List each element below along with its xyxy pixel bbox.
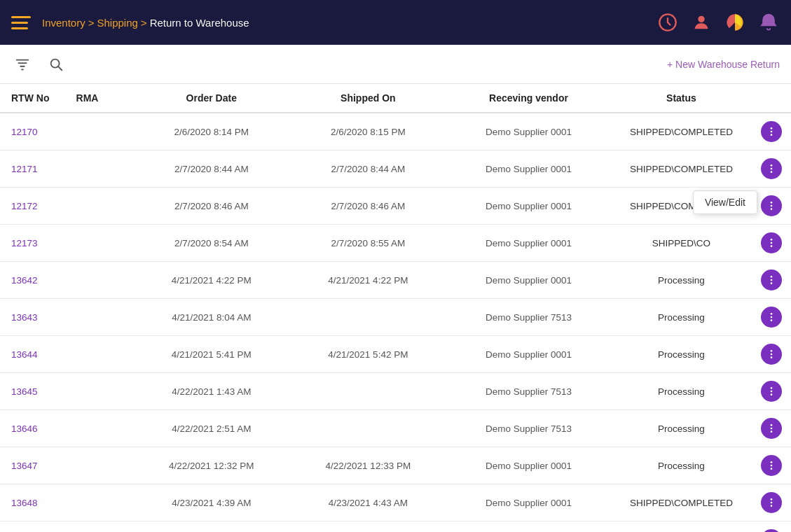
svg-point-25 — [771, 391, 773, 393]
cell-action[interactable] — [752, 188, 791, 225]
cell-status: SHIPPED\COMPLETED — [611, 522, 752, 533]
svg-point-8 — [771, 171, 773, 173]
cell-vendor: Demo Supplier 0001 — [446, 150, 611, 188]
row-menu-button[interactable] — [761, 270, 782, 290]
svg-point-9 — [771, 202, 773, 204]
cell-orderdate: 4/21/2021 5:41 PM — [133, 336, 290, 373]
cell-shippedon: 4/23/2021 4:44 AM — [290, 522, 447, 533]
svg-point-6 — [771, 164, 773, 167]
row-menu-button[interactable] — [761, 232, 782, 253]
clock-icon[interactable] — [656, 11, 679, 34]
row-menu-button[interactable] — [761, 418, 782, 439]
cell-action[interactable] — [752, 484, 791, 522]
cell-rma — [71, 299, 133, 336]
col-header-orderdate: Order Date — [133, 84, 290, 113]
toolbar-left — [11, 53, 67, 76]
cell-rtwno[interactable]: 12173 — [0, 225, 71, 262]
cell-rma — [71, 410, 133, 447]
cell-orderdate: 2/7/2020 8:54 AM — [133, 225, 290, 262]
table-row: 13648 4/23/2021 4:39 AM 4/23/2021 4:43 A… — [0, 484, 791, 522]
cell-vendor: Demo Supplier 0001 — [446, 113, 611, 150]
cell-status: SHIPPED\CO — [611, 225, 752, 262]
cell-vendor: Demo Supplier 7513 — [446, 410, 611, 447]
row-menu-button[interactable] — [761, 195, 782, 216]
table-row: 12173 2/7/2020 8:54 AM 2/7/2020 8:55 AM … — [0, 225, 791, 262]
row-menu-button[interactable] — [761, 381, 782, 402]
cell-rtwno[interactable]: 13644 — [0, 336, 71, 373]
row-menu-button[interactable] — [761, 455, 782, 476]
row-menu-button[interactable] — [761, 492, 782, 513]
row-menu-button[interactable] — [761, 307, 782, 328]
cell-rma — [71, 336, 133, 373]
cell-rma — [71, 113, 133, 150]
cell-action[interactable] — [752, 225, 791, 262]
cell-action[interactable] — [752, 299, 791, 336]
cell-rtwno[interactable]: 13645 — [0, 373, 71, 410]
cell-action[interactable] — [752, 447, 791, 484]
new-return-plus: + — [667, 59, 673, 70]
svg-point-11 — [771, 208, 773, 210]
view-edit-popup[interactable]: View/Edit — [693, 190, 757, 214]
svg-point-34 — [771, 502, 773, 504]
cell-status: Processing — [611, 410, 752, 447]
new-warehouse-return-button[interactable]: + New Warehouse Return — [667, 59, 780, 70]
table-header-row: RTW No RMA Order Date Shipped On Recevin… — [0, 84, 791, 113]
table-row: 13642 4/21/2021 4:22 PM 4/21/2021 4:22 P… — [0, 262, 791, 299]
breadcrumb: Inventory > Shipping > Return to Warehou… — [42, 17, 249, 29]
cell-action[interactable] — [752, 373, 791, 410]
table-row: 12172 2/7/2020 8:46 AM 2/7/2020 8:46 AM … — [0, 188, 791, 225]
cell-status: Processing — [611, 299, 752, 336]
cell-rtwno[interactable]: 12170 — [0, 113, 71, 150]
cell-action[interactable] — [752, 150, 791, 188]
col-header-rtwno: RTW No — [0, 84, 71, 113]
cell-rma — [71, 188, 133, 225]
cell-orderdate: 2/7/2020 8:44 AM — [133, 150, 290, 188]
svg-point-28 — [771, 428, 773, 430]
filter-icon[interactable] — [11, 53, 34, 76]
search-icon[interactable] — [45, 53, 67, 76]
row-menu-button[interactable] — [761, 121, 782, 142]
hamburger-icon[interactable] — [11, 16, 31, 29]
cell-shippedon: 4/21/2021 5:42 PM — [290, 336, 447, 373]
cell-rtwno[interactable]: 13642 — [0, 262, 71, 299]
cell-vendor: Demo Supplier 7513 — [446, 373, 611, 410]
table-row: 13645 4/22/2021 1:43 AM Demo Supplier 75… — [0, 373, 791, 410]
col-header-shippedon: Shipped On — [290, 84, 447, 113]
chart-icon[interactable] — [724, 11, 746, 34]
cell-rtwno[interactable]: 12171 — [0, 150, 71, 188]
svg-point-27 — [771, 424, 773, 426]
app-header: Inventory > Shipping > Return to Warehou… — [0, 0, 791, 45]
cell-orderdate: 4/22/2021 12:32 PM — [133, 447, 290, 484]
cell-orderdate: 4/21/2021 8:04 AM — [133, 299, 290, 336]
cell-vendor: Demo Supplier 0001 — [446, 225, 611, 262]
cell-action[interactable] — [752, 262, 791, 299]
cell-rtwno[interactable]: 13646 — [0, 410, 71, 447]
cell-rtwno[interactable]: 13648 — [0, 484, 71, 522]
breadcrumb-inventory[interactable]: Inventory — [42, 17, 85, 29]
svg-point-15 — [771, 276, 773, 278]
cell-rtwno[interactable]: 13649 — [0, 522, 71, 533]
svg-point-22 — [771, 354, 773, 356]
cell-orderdate: 4/21/2021 4:22 PM — [133, 262, 290, 299]
breadcrumb-shipping[interactable]: Shipping — [97, 17, 137, 29]
row-menu-button[interactable] — [761, 158, 782, 179]
cell-action[interactable] — [752, 410, 791, 447]
cell-action[interactable] — [752, 113, 791, 150]
cell-status: SHIPPED\COMPLETED — [611, 150, 752, 188]
cell-shippedon: 2/6/2020 8:15 PM — [290, 113, 447, 150]
svg-point-30 — [771, 461, 773, 463]
cell-rtwno[interactable]: 13647 — [0, 447, 71, 484]
cell-action[interactable] — [752, 336, 791, 373]
svg-point-29 — [771, 430, 773, 433]
user-icon[interactable] — [690, 11, 713, 34]
cell-rtwno[interactable]: 12172 — [0, 188, 71, 225]
svg-point-26 — [771, 393, 773, 396]
cell-action[interactable] — [752, 522, 791, 533]
row-menu-button[interactable] — [761, 529, 782, 532]
table-row: 12170 2/6/2020 8:14 PM 2/6/2020 8:15 PM … — [0, 113, 791, 150]
bell-icon[interactable] — [757, 11, 780, 34]
svg-point-7 — [771, 168, 773, 170]
cell-rtwno[interactable]: 13643 — [0, 299, 71, 336]
row-menu-button[interactable] — [761, 344, 782, 365]
svg-point-12 — [771, 239, 773, 241]
